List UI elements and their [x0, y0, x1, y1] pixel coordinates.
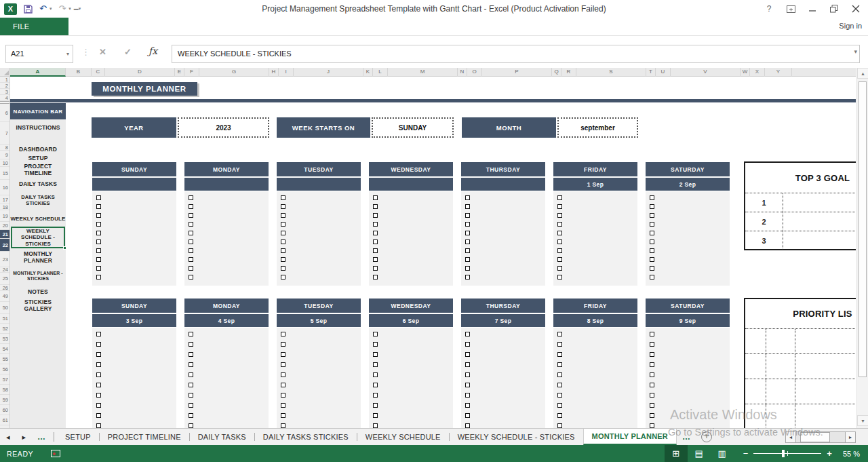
row-header-60[interactable]: 60 [0, 405, 9, 415]
sheet-tab-daily-tasks-stickies[interactable]: DAILY TASKS STICKIES [255, 429, 357, 445]
enter-icon[interactable]: ✓ [124, 47, 132, 57]
column-header-i[interactable]: I [279, 68, 294, 77]
row-header-23[interactable]: 23 [0, 252, 9, 267]
day-body-cell[interactable] [461, 191, 545, 286]
task-checkbox[interactable] [557, 362, 562, 367]
column-header-e[interactable]: E [175, 68, 184, 77]
task-checkbox[interactable] [465, 239, 470, 244]
row-header-24[interactable]: 24 [0, 267, 9, 273]
task-checkbox[interactable] [96, 352, 101, 357]
task-checkbox[interactable] [189, 195, 193, 200]
task-checkbox[interactable] [189, 372, 193, 377]
day-body-cell[interactable] [92, 191, 176, 286]
task-checkbox[interactable] [557, 213, 562, 218]
column-header-c[interactable]: C [92, 68, 105, 77]
priority-cell[interactable] [795, 329, 856, 353]
undo-dropdown-icon[interactable]: ▾ [50, 6, 52, 12]
task-checkbox[interactable] [650, 231, 654, 235]
task-checkbox[interactable] [281, 204, 285, 209]
row-header-10[interactable]: 10 [0, 159, 9, 167]
column-header-v[interactable]: V [671, 68, 741, 77]
task-checkbox[interactable] [650, 257, 654, 262]
day-body-cell[interactable] [92, 328, 176, 428]
task-checkbox[interactable] [557, 352, 562, 357]
redo-icon[interactable]: ↷ [58, 4, 66, 14]
row-header-16[interactable]: 16 [0, 180, 9, 195]
row-header-50[interactable]: 50 [0, 302, 9, 314]
day-body-cell[interactable] [184, 328, 269, 428]
zoom-level[interactable]: 55 % [843, 450, 860, 458]
task-checkbox[interactable] [96, 362, 101, 367]
task-checkbox[interactable] [373, 403, 378, 408]
task-checkbox[interactable] [557, 413, 562, 418]
task-checkbox[interactable] [96, 332, 101, 336]
row-header-21[interactable]: 21 [0, 230, 9, 239]
column-header-k[interactable]: K [363, 68, 373, 77]
task-checkbox[interactable] [373, 372, 378, 377]
task-checkbox[interactable] [557, 332, 562, 336]
task-checkbox[interactable] [650, 413, 654, 418]
column-header-n[interactable]: N [458, 68, 467, 77]
task-checkbox[interactable] [189, 393, 193, 398]
row-header-49[interactable]: 49 [0, 291, 9, 302]
scroll-down-icon[interactable]: ▼ [857, 415, 868, 426]
task-checkbox[interactable] [557, 423, 562, 428]
priority-cell[interactable] [745, 379, 766, 404]
task-checkbox[interactable] [650, 204, 654, 209]
task-checkbox[interactable] [557, 342, 562, 347]
task-checkbox[interactable] [465, 231, 470, 235]
day-body-cell[interactable] [553, 328, 637, 428]
task-checkbox[interactable] [465, 248, 470, 253]
column-header-p[interactable]: P [482, 68, 552, 77]
task-checkbox[interactable] [373, 413, 378, 418]
task-checkbox[interactable] [650, 393, 654, 398]
column-header-a[interactable]: A [10, 68, 66, 77]
priority-cell[interactable] [795, 379, 856, 404]
row-header-17[interactable]: 17 [0, 195, 9, 204]
task-checkbox[interactable] [465, 213, 470, 218]
task-checkbox[interactable] [373, 332, 378, 336]
task-checkbox[interactable] [465, 372, 470, 377]
task-checkbox[interactable] [96, 213, 101, 218]
task-checkbox[interactable] [373, 213, 378, 218]
task-checkbox[interactable] [281, 332, 285, 336]
column-header-t[interactable]: T [646, 68, 656, 77]
task-checkbox[interactable] [465, 222, 470, 227]
column-header-h[interactable]: H [269, 68, 279, 77]
task-checkbox[interactable] [189, 231, 193, 235]
goal-value-cell[interactable] [783, 231, 856, 250]
task-checkbox[interactable] [650, 275, 654, 280]
view-normal-icon[interactable]: ⊞ [665, 445, 688, 462]
day-body-cell[interactable] [553, 191, 637, 286]
column-header-b[interactable]: B [66, 68, 92, 77]
sign-in-link[interactable]: Sign in [839, 22, 862, 30]
task-checkbox[interactable] [650, 352, 654, 357]
task-checkbox[interactable] [650, 266, 654, 271]
minimize-icon[interactable] [803, 1, 822, 16]
column-header-q[interactable]: Q [552, 68, 561, 77]
task-checkbox[interactable] [373, 342, 378, 347]
macro-record-icon[interactable] [51, 450, 60, 457]
task-checkbox[interactable] [281, 352, 285, 357]
task-checkbox[interactable] [189, 222, 193, 227]
task-checkbox[interactable] [281, 342, 285, 347]
save-icon[interactable] [24, 5, 33, 14]
row-header-59[interactable]: 59 [0, 395, 9, 405]
task-checkbox[interactable] [373, 257, 378, 262]
task-checkbox[interactable] [373, 275, 378, 280]
task-checkbox[interactable] [650, 239, 654, 244]
task-checkbox[interactable] [96, 195, 101, 200]
task-checkbox[interactable] [96, 266, 101, 271]
task-checkbox[interactable] [557, 222, 562, 227]
column-header-g[interactable]: G [199, 68, 269, 77]
view-page-layout-icon[interactable]: ▤ [688, 445, 711, 462]
zoom-out-icon[interactable]: − [743, 448, 749, 459]
task-checkbox[interactable] [465, 393, 470, 398]
task-checkbox[interactable] [281, 403, 285, 408]
task-checkbox[interactable] [281, 413, 285, 418]
sheet-tab-weekly-schedule[interactable]: WEEKLY SCHEDULE [357, 429, 449, 445]
task-checkbox[interactable] [373, 383, 378, 387]
day-body-cell[interactable] [646, 191, 730, 286]
task-checkbox[interactable] [189, 213, 193, 218]
row-header-51[interactable]: 51 [0, 314, 9, 324]
